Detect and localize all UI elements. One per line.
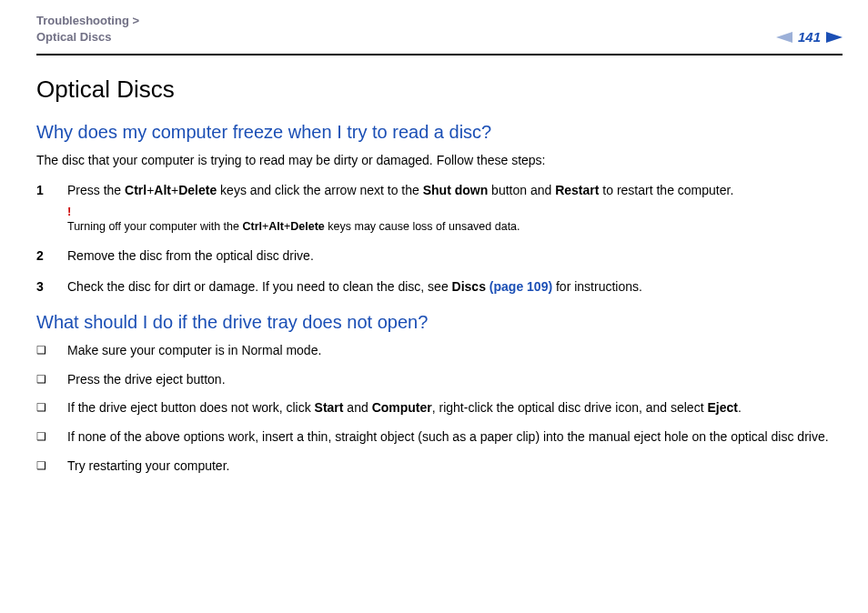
- step-item: 1 Press the Ctrl+Alt+Delete keys and cli…: [36, 182, 843, 235]
- list-body: If the drive eject button does not work,…: [67, 399, 843, 417]
- breadcrumb-page[interactable]: Optical Discs: [36, 30, 111, 44]
- breadcrumb-sep: >: [132, 14, 139, 27]
- content: Optical Discs Why does my computer freez…: [0, 55, 868, 475]
- bullet-list: ❑ Make sure your computer is in Normal m…: [36, 342, 843, 475]
- page-title: Optical Discs: [36, 75, 843, 104]
- list-body: Try restarting your computer.: [67, 457, 843, 476]
- header: Troubleshooting > Optical Discs 141: [0, 0, 868, 54]
- next-page-arrow-icon[interactable]: [826, 32, 843, 43]
- list-item: ❑ If none of the above options work, ins…: [36, 428, 843, 447]
- svg-marker-0: [776, 32, 792, 43]
- breadcrumb-section[interactable]: Troubleshooting: [36, 14, 129, 27]
- warning-text: Turning off your computer with the Ctrl+…: [67, 219, 843, 236]
- svg-marker-1: [826, 32, 843, 43]
- step-item: 2 Remove the disc from the optical disc …: [36, 247, 843, 266]
- bullet-icon: ❑: [36, 457, 49, 476]
- list-body: Press the drive eject button.: [67, 371, 843, 389]
- breadcrumb: Troubleshooting > Optical Discs: [36, 13, 139, 45]
- prev-page-arrow-icon[interactable]: [776, 32, 792, 43]
- step-body: Check the disc for dirt or damage. If yo…: [67, 278, 843, 296]
- bullet-icon: ❑: [36, 371, 49, 389]
- step-number: 1: [36, 182, 47, 235]
- step-body: Remove the disc from the optical disc dr…: [67, 247, 843, 266]
- step-item: 3 Check the disc for dirt or damage. If …: [36, 278, 843, 296]
- page-number: 141: [798, 29, 821, 45]
- bullet-icon: ❑: [36, 399, 49, 417]
- bullet-icon: ❑: [36, 428, 49, 447]
- intro-text: The disc that your computer is trying to…: [36, 152, 843, 169]
- list-item: ❑ Make sure your computer is in Normal m…: [36, 342, 843, 360]
- step-number: 2: [36, 247, 47, 266]
- section-heading: What should I do if the drive tray does …: [36, 312, 843, 333]
- list-item: ❑ Try restarting your computer.: [36, 457, 843, 476]
- warning-icon: !: [67, 206, 843, 217]
- list-item: ❑ If the drive eject button does not wor…: [36, 399, 843, 417]
- cross-ref-link[interactable]: (page 109): [490, 279, 552, 294]
- list-body: Make sure your computer is in Normal mod…: [67, 342, 843, 360]
- step-number: 3: [36, 278, 47, 296]
- step-body: Press the Ctrl+Alt+Delete keys and click…: [67, 182, 843, 235]
- steps-list: 1 Press the Ctrl+Alt+Delete keys and cli…: [36, 182, 843, 296]
- bullet-icon: ❑: [36, 342, 49, 360]
- section-heading: Why does my computer freeze when I try t…: [36, 122, 843, 143]
- list-item: ❑ Press the drive eject button.: [36, 371, 843, 389]
- list-body: If none of the above options work, inser…: [67, 428, 843, 447]
- pager: 141: [776, 29, 843, 45]
